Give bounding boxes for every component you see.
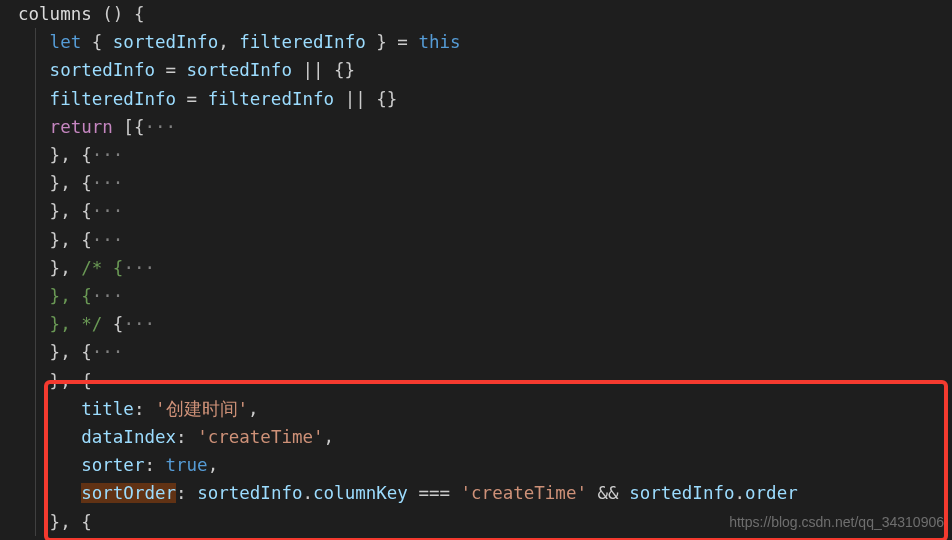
code-line: return [{··· — [0, 113, 952, 141]
fold-ellipsis-icon[interactable]: ··· — [92, 201, 124, 221]
token-punct: [{ — [113, 117, 145, 137]
token-brace: { — [81, 32, 102, 52]
fold-ellipsis-icon[interactable]: ··· — [92, 342, 124, 362]
code-line: sortOrder: sortedInfo.columnKey === 'cre… — [0, 479, 952, 507]
token-keyword: this — [418, 32, 460, 52]
token-property: title — [81, 399, 134, 419]
code-line: }, {··· — [0, 169, 952, 197]
token-property: columnKey — [313, 483, 408, 503]
token-variable: filteredInfo — [229, 32, 366, 52]
token-punct: || {} — [334, 89, 397, 109]
token-op: = — [176, 89, 208, 109]
token-property: dataIndex — [81, 427, 176, 447]
token-identifier: columns — [18, 4, 92, 24]
code-line: }, {··· — [0, 226, 952, 254]
token-string: 'createTime' — [197, 427, 323, 447]
token-comment: /* { — [81, 258, 123, 278]
token-variable: sortedInfo — [197, 483, 302, 503]
token-punct: }, { — [50, 201, 92, 221]
fold-ellipsis-icon[interactable]: ··· — [92, 145, 124, 165]
token-op: = — [155, 60, 187, 80]
token-keyword: return — [50, 117, 113, 137]
code-line: columns () { — [0, 0, 952, 28]
token-punct: }, { — [50, 145, 92, 165]
token-property-highlighted: sortOrder — [81, 483, 176, 503]
token-boolean: true — [166, 455, 208, 475]
fold-ellipsis-icon[interactable]: ··· — [123, 258, 155, 278]
code-line: }, {··· — [0, 338, 952, 366]
token-variable: sortedInfo — [102, 32, 218, 52]
token-property: sorter — [81, 455, 144, 475]
token-variable: sortedInfo — [187, 60, 292, 80]
token-punct: || {} — [292, 60, 355, 80]
token-variable: filteredInfo — [208, 89, 334, 109]
token-punct: , — [218, 32, 229, 52]
token-variable: sortedInfo — [50, 60, 155, 80]
code-line: filteredInfo = filteredInfo || {} — [0, 85, 952, 113]
token-string: 'createTime' — [461, 483, 587, 503]
code-editor[interactable]: columns () { let { sortedInfo, filteredI… — [0, 0, 952, 540]
token-punct: }, { — [50, 173, 92, 193]
code-line: }, */ {··· — [0, 310, 952, 338]
code-line: dataIndex: 'createTime', — [0, 423, 952, 451]
token-string: '创建时间' — [155, 399, 248, 419]
code-line: }, {··· — [0, 141, 952, 169]
token-comment: }, */ — [50, 314, 103, 334]
code-line: sortedInfo = sortedInfo || {} — [0, 56, 952, 84]
token-variable: sortedInfo — [629, 483, 734, 503]
code-line: }, {··· — [0, 282, 952, 310]
code-line: let { sortedInfo, filteredInfo } = this — [0, 28, 952, 56]
watermark-text: https://blog.csdn.net/qq_34310906 — [729, 508, 944, 536]
token-punct: } = — [366, 32, 419, 52]
fold-ellipsis-icon[interactable]: ··· — [123, 314, 155, 334]
fold-ellipsis-icon[interactable]: ··· — [92, 173, 124, 193]
fold-ellipsis-icon[interactable]: ··· — [144, 117, 176, 137]
token-punct: }, { — [50, 230, 92, 250]
token-parens: () — [92, 4, 124, 24]
token-punct: }, { — [50, 342, 92, 362]
code-line: sorter: true, — [0, 451, 952, 479]
token-brace: { — [123, 4, 144, 24]
code-line: }, { — [0, 367, 952, 395]
code-line: }, /* {··· — [0, 254, 952, 282]
token-keyword: let — [50, 32, 82, 52]
fold-ellipsis-icon[interactable]: ··· — [92, 286, 124, 306]
code-line: }, {··· — [0, 197, 952, 225]
code-line: title: '创建时间', — [0, 395, 952, 423]
token-comment: }, { — [50, 286, 92, 306]
fold-ellipsis-icon[interactable]: ··· — [92, 230, 124, 250]
token-property: order — [745, 483, 798, 503]
token-variable: filteredInfo — [50, 89, 176, 109]
